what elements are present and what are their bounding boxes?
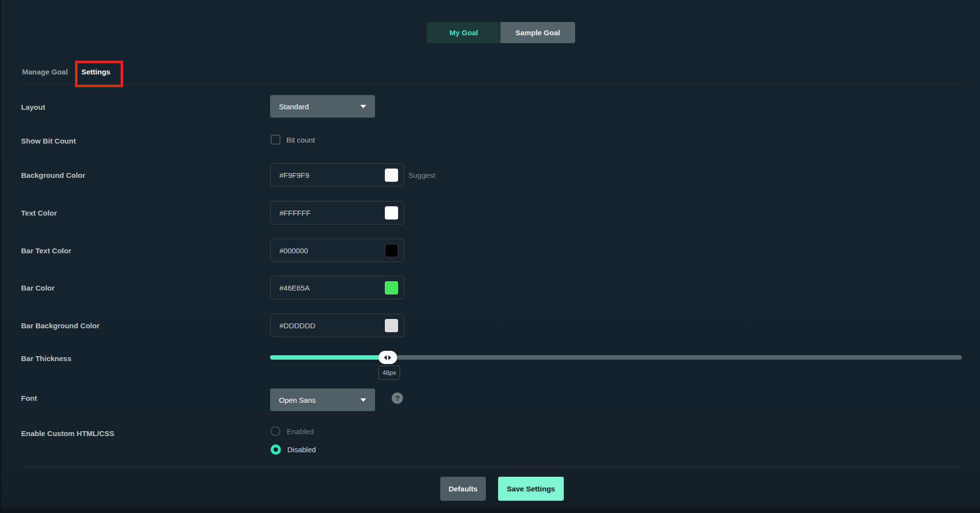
suggest-label[interactable]: Suggest xyxy=(408,171,435,179)
font-help-icon[interactable]: ? xyxy=(392,392,403,404)
radio-option-disabled[interactable]: Disabled xyxy=(271,444,316,455)
bar-background-color-value: #DDDDDD xyxy=(279,321,315,330)
slider-arrow-right-icon xyxy=(388,355,391,360)
bar-thickness-slider-fill xyxy=(270,355,388,360)
layout-dropdown-value: Standard xyxy=(279,102,309,111)
tab-settings[interactable]: Settings xyxy=(81,68,110,76)
radio-enabled-label: Enabled xyxy=(287,427,314,436)
bar-thickness-slider[interactable] xyxy=(270,355,962,360)
bar-text-color-label: Bar Text Color xyxy=(21,246,71,255)
bar-background-color-label: Bar Background Color xyxy=(21,321,100,330)
bar-text-color-input[interactable]: #000000 xyxy=(270,239,404,262)
background-color-input[interactable]: #F9F9F9 xyxy=(270,163,404,187)
chevron-down-icon xyxy=(360,105,366,108)
text-color-swatch[interactable] xyxy=(385,206,398,220)
bar-color-swatch[interactable] xyxy=(385,281,398,294)
footer-divider xyxy=(21,467,962,467)
bottom-edge xyxy=(1,510,980,513)
bar-background-color-swatch[interactable] xyxy=(385,319,398,332)
bar-thickness-slider-handle[interactable] xyxy=(378,351,397,364)
tab-my-goal[interactable]: My Goal xyxy=(427,22,501,43)
show-bit-count-label: Show Bit Count xyxy=(21,137,76,145)
goal-widget-settings-page: My Goal Sample Goal Manage Goal Settings… xyxy=(0,0,980,513)
goal-view-switcher: My Goal Sample Goal xyxy=(427,22,575,43)
text-color-label: Text Color xyxy=(21,209,57,217)
bit-count-checkbox-row: Bit count xyxy=(271,135,315,145)
background-color-label: Background Color xyxy=(21,171,85,179)
radio-option-enabled[interactable]: Enabled xyxy=(271,426,314,436)
text-color-value: #FFFFFF xyxy=(279,209,310,217)
radio-enabled-icon xyxy=(271,426,280,436)
chevron-down-icon xyxy=(360,398,366,402)
bar-thickness-label: Bar Thickness xyxy=(21,354,72,363)
background-color-swatch[interactable] xyxy=(385,169,398,182)
font-dropdown[interactable]: Open Sans xyxy=(270,389,375,411)
header-divider xyxy=(21,84,962,85)
font-label: Font xyxy=(21,394,37,402)
slider-arrow-left-icon xyxy=(384,355,387,360)
bit-count-checkbox[interactable] xyxy=(271,135,280,145)
bar-text-color-swatch[interactable] xyxy=(385,244,398,257)
tab-sample-goal[interactable]: Sample Goal xyxy=(501,22,575,43)
layout-dropdown[interactable]: Standard xyxy=(270,95,375,118)
font-dropdown-value: Open Sans xyxy=(279,396,316,404)
bar-text-color-value: #000000 xyxy=(279,246,308,255)
background-color-value: #F9F9F9 xyxy=(279,171,309,179)
defaults-button[interactable]: Defaults xyxy=(440,477,486,501)
bar-background-color-input[interactable]: #DDDDDD xyxy=(270,314,404,337)
layout-label: Layout xyxy=(21,103,45,111)
save-settings-button[interactable]: Save Settings xyxy=(498,477,564,501)
bar-color-label: Bar Color xyxy=(21,284,54,292)
enable-custom-html-label: Enable Custom HTML/CSS xyxy=(21,429,114,438)
bar-thickness-value-badge: 48px xyxy=(378,366,400,380)
radio-disabled-label: Disabled xyxy=(287,445,316,454)
bar-color-value: #46E65A xyxy=(279,284,310,292)
text-color-input[interactable]: #FFFFFF xyxy=(270,201,404,224)
tab-manage-goal[interactable]: Manage Goal xyxy=(22,68,68,76)
bit-count-checkbox-label: Bit count xyxy=(286,136,315,144)
bar-color-input[interactable]: #46E65A xyxy=(270,276,404,299)
radio-disabled-icon xyxy=(271,444,281,455)
